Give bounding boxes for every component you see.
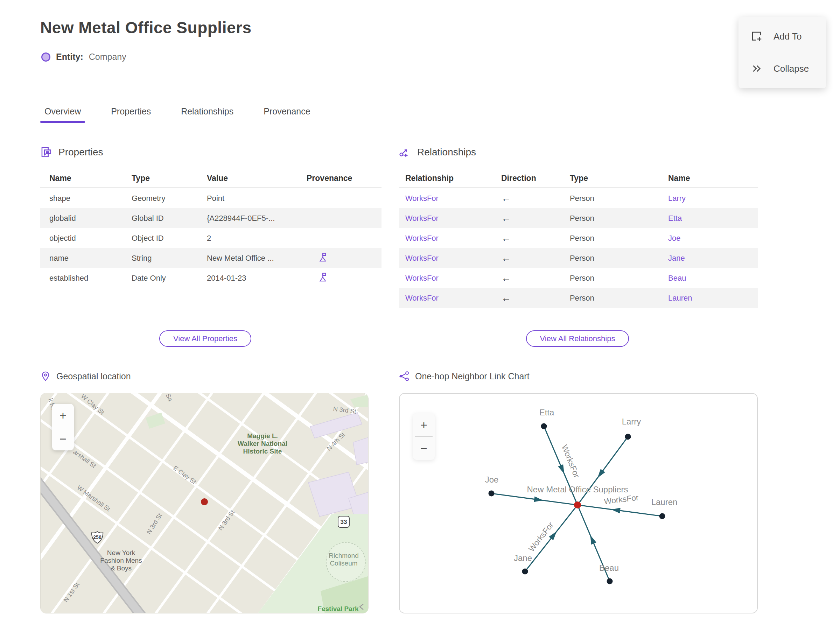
tab-relationships[interactable]: Relationships <box>177 103 238 123</box>
link-chart-icon <box>399 371 409 381</box>
col-name: Name <box>668 173 758 183</box>
svg-text:33: 33 <box>340 519 347 525</box>
chart-node-label-jane: Jane <box>514 553 532 563</box>
relationship-type-link[interactable]: WorksFor <box>405 273 501 283</box>
map-zoom-in-button[interactable]: + <box>52 404 74 427</box>
property-value: New Metal Office ... <box>207 254 307 263</box>
relationship-row-beau: WorksFor←PersonBeau <box>399 268 758 288</box>
direction-arrow: ← <box>501 273 570 284</box>
chart-node-beau[interactable] <box>607 579 613 584</box>
chart-node-label-larry: Larry <box>622 417 641 426</box>
relationships-icon <box>399 146 411 158</box>
related-entity-link[interactable]: Beau <box>668 273 758 283</box>
relationship-row-etta: WorksFor←PersonEtta <box>399 208 758 228</box>
relationship-type-link[interactable]: WorksFor <box>405 254 501 263</box>
chart-node-label-lauren: Lauren <box>651 497 678 507</box>
relationship-type-link[interactable]: WorksFor <box>405 234 501 243</box>
link-chart-canvas: WorksForWorksForWorksForEttaLarryJoeLaur… <box>400 394 757 613</box>
geospatial-map[interactable]: k RdW Clay StSaarshall StW Marshall StE … <box>40 393 369 614</box>
chart-center-node[interactable] <box>574 501 581 509</box>
one-hop-link-chart[interactable]: WorksForWorksForWorksForEttaLarryJoeLaur… <box>399 393 758 614</box>
collapse-label: Collapse <box>773 64 809 74</box>
property-value: Point <box>207 194 307 203</box>
direction-arrow: ← <box>501 193 570 204</box>
map-canvas: k RdW Clay StSaarshall StW Marshall StE … <box>41 393 369 614</box>
provenance-flag-icon[interactable] <box>317 252 328 262</box>
chart-node-etta[interactable] <box>541 423 547 429</box>
chart-center-label: New Metal Office Suppliers <box>527 485 628 494</box>
chart-node-joe[interactable] <box>488 491 495 497</box>
direction-arrow: ← <box>501 253 570 264</box>
related-entity-link[interactable]: Larry <box>668 194 758 203</box>
related-entity-type: Person <box>570 214 668 223</box>
properties-section-header: Properties <box>40 146 103 158</box>
col-provenance: Provenance <box>307 173 391 183</box>
property-type: Object ID <box>132 234 207 243</box>
tab-properties[interactable]: Properties <box>107 103 155 123</box>
chart-node-label-beau: Beau <box>599 563 619 572</box>
property-type: Global ID <box>132 214 207 223</box>
col-direction: Direction <box>501 173 570 183</box>
add-to-menu-item[interactable]: Add To <box>738 20 826 52</box>
related-entity-link[interactable]: Jane <box>668 254 758 263</box>
view-all-relationships-button[interactable]: View All Relationships <box>526 331 629 347</box>
page-title: New Metal Office Suppliers <box>40 18 251 37</box>
chart-node-larry[interactable] <box>625 434 631 440</box>
chart-zoom-out-button[interactable]: − <box>413 437 435 460</box>
edge-arrowhead <box>558 464 564 474</box>
property-type: Date Only <box>132 273 207 283</box>
relationship-type-link[interactable]: WorksFor <box>405 294 501 303</box>
place-label: Richmond <box>329 552 359 559</box>
map-zoom-control: + − <box>52 404 74 450</box>
relationship-type-link[interactable]: WorksFor <box>405 194 501 203</box>
property-type: Geometry <box>132 194 207 203</box>
chart-node-label-etta: Etta <box>539 408 554 417</box>
add-to-label: Add To <box>773 31 802 42</box>
property-row-shape: shapeGeometryPoint <box>40 188 382 208</box>
tab-bar: Overview Properties Relationships Proven… <box>40 103 315 123</box>
col-name: Name <box>49 173 132 183</box>
property-name: shape <box>49 194 132 203</box>
entity-type-value: Company <box>89 52 126 62</box>
edge-label-worksfor: WorksFor <box>603 493 639 506</box>
entity-location-marker[interactable] <box>201 498 208 505</box>
add-to-icon <box>750 30 763 43</box>
relationship-row-larry: WorksFor←PersonLarry <box>399 188 758 208</box>
related-entity-link[interactable]: Etta <box>668 214 758 223</box>
relationship-type-link[interactable]: WorksFor <box>405 214 501 223</box>
relationships-section-title: Relationships <box>417 146 476 158</box>
place-label: Walker National <box>238 440 287 447</box>
related-entity-type: Person <box>570 273 668 283</box>
chart-zoom-in-button[interactable]: + <box>413 413 435 436</box>
direction-arrow: ← <box>501 292 570 304</box>
property-name: name <box>49 254 132 263</box>
edge-arrowhead <box>597 469 605 478</box>
related-entity-type: Person <box>570 294 668 303</box>
direction-arrow: ← <box>501 233 570 244</box>
provenance-flag-icon[interactable] <box>317 272 328 282</box>
property-value: {A228944F-0EF5-... <box>207 214 307 223</box>
property-type: String <box>132 254 207 263</box>
chart-node-lauren[interactable] <box>659 513 665 519</box>
entity-type-icon <box>41 52 50 62</box>
place-label: New York <box>107 549 135 556</box>
related-entity-link[interactable]: Lauren <box>668 294 758 303</box>
chart-node-jane[interactable] <box>522 569 528 575</box>
col-value: Value <box>207 173 307 183</box>
related-entity-type: Person <box>570 234 668 243</box>
view-all-properties-button[interactable]: View All Properties <box>159 331 251 347</box>
floating-action-menu: Add To Collapse <box>738 17 826 88</box>
collapse-menu-item[interactable]: Collapse <box>738 52 826 85</box>
col-type: Type <box>132 173 207 183</box>
property-name: objectid <box>49 234 132 243</box>
map-zoom-out-button[interactable]: − <box>52 427 74 450</box>
tab-provenance[interactable]: Provenance <box>259 103 314 123</box>
relationships-section-header: Relationships <box>399 146 476 158</box>
property-name: globalid <box>49 214 132 223</box>
link-chart-section-header: One-hop Neighbor Link Chart <box>399 371 530 381</box>
property-provenance <box>307 272 391 285</box>
entity-type-row: Entity: Company <box>41 52 126 62</box>
tab-overview[interactable]: Overview <box>40 103 85 123</box>
property-row-name: nameStringNew Metal Office ... <box>40 248 382 268</box>
related-entity-link[interactable]: Joe <box>668 234 758 243</box>
